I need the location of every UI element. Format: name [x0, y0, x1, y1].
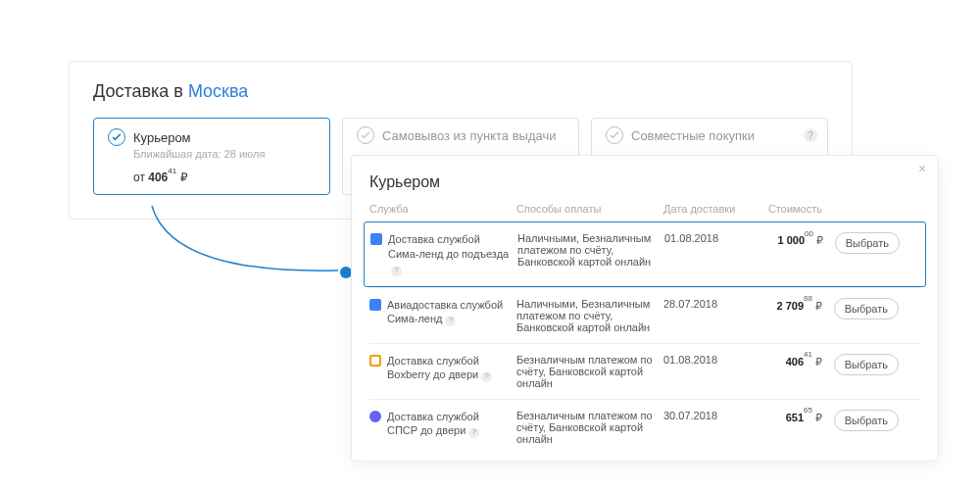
- option-price: от 40641 ₽: [133, 170, 316, 184]
- col-date: Дата доставки: [663, 203, 752, 215]
- info-icon[interactable]: ?: [445, 316, 456, 326]
- info-icon[interactable]: ?: [468, 427, 479, 438]
- delivery-date: 30.07.2018: [663, 410, 752, 421]
- check-icon: [108, 128, 125, 146]
- table-row: Доставка службой СПСР до двери?Безналичн…: [369, 399, 920, 455]
- payment-methods: Безналичным платежом по счёту, Банковско…: [516, 354, 663, 389]
- close-icon[interactable]: ×: [914, 162, 930, 177]
- table-row: Доставка службой Boxberry до двери?Безна…: [369, 343, 920, 399]
- service-icon: [369, 411, 381, 422]
- select-button[interactable]: Выбрать: [834, 354, 899, 375]
- cost: 2 70988 ₽: [752, 298, 830, 313]
- services-table: Служба Способы оплаты Дата доставки Стои…: [369, 203, 920, 455]
- service-name: Доставка службой Boxberry до двери?: [387, 354, 509, 383]
- table-row: Авиадоставка службой Сима-ленд?Наличными…: [369, 287, 920, 343]
- service-name: Доставка службой СПСР до двери?: [387, 410, 509, 439]
- cost: 40641 ₽: [752, 354, 830, 368]
- delivery-date: 01.08.2018: [664, 232, 753, 244]
- service-icon: [370, 233, 382, 245]
- info-icon[interactable]: ?: [481, 371, 492, 382]
- cost: 1 00000 ₽: [753, 232, 831, 247]
- select-button[interactable]: Выбрать: [835, 232, 900, 254]
- check-icon: [357, 126, 374, 144]
- service-icon: [369, 355, 381, 367]
- delivery-title: Доставка в Москва: [93, 81, 828, 102]
- info-icon[interactable]: ?: [804, 128, 817, 142]
- option-label: Совместные покупки: [631, 128, 755, 143]
- service-icon: [369, 299, 381, 311]
- city-link[interactable]: Москва: [188, 81, 248, 101]
- check-icon: [606, 126, 623, 144]
- payment-methods: Наличными, Безналичным платежом по счёту…: [516, 298, 663, 333]
- col-service: Служба: [369, 203, 516, 215]
- select-button[interactable]: Выбрать: [834, 298, 899, 319]
- delivery-date: 28.07.2018: [663, 298, 752, 310]
- option-label: Самовывоз из пункта выдачи: [382, 128, 556, 143]
- payment-methods: Безналичным платежом по счёту, Банковско…: [516, 410, 663, 445]
- modal-title: Курьером: [369, 173, 920, 191]
- cost: 65165 ₽: [752, 410, 830, 424]
- payment-methods: Наличными, Безналичным платежом по счёту…: [517, 232, 664, 268]
- delivery-modal: × Курьером Служба Способы оплаты Дата до…: [351, 155, 939, 462]
- service-name: Доставка службой Сима-ленд до подъезда?: [388, 232, 510, 276]
- title-prefix: Доставка в: [93, 81, 183, 101]
- delivery-date: 01.08.2018: [663, 354, 752, 366]
- info-icon[interactable]: ?: [391, 266, 402, 276]
- option-courier[interactable]: Курьером Ближайшая дата: 28 июля от 4064…: [93, 118, 330, 195]
- option-label: Курьером: [133, 130, 191, 145]
- table-row: Доставка службой Сима-ленд до подъезда?Н…: [364, 221, 926, 287]
- service-name: Авиадоставка службой Сима-ленд?: [387, 298, 509, 327]
- table-header: Служба Способы оплаты Дата доставки Стои…: [369, 203, 920, 222]
- select-button[interactable]: Выбрать: [834, 410, 899, 431]
- option-sublabel: Ближайшая дата: 28 июля: [133, 148, 316, 160]
- col-payment: Способы оплаты: [516, 203, 663, 215]
- connector-arrow-icon: [142, 206, 348, 284]
- col-cost: Стоимость: [752, 203, 830, 215]
